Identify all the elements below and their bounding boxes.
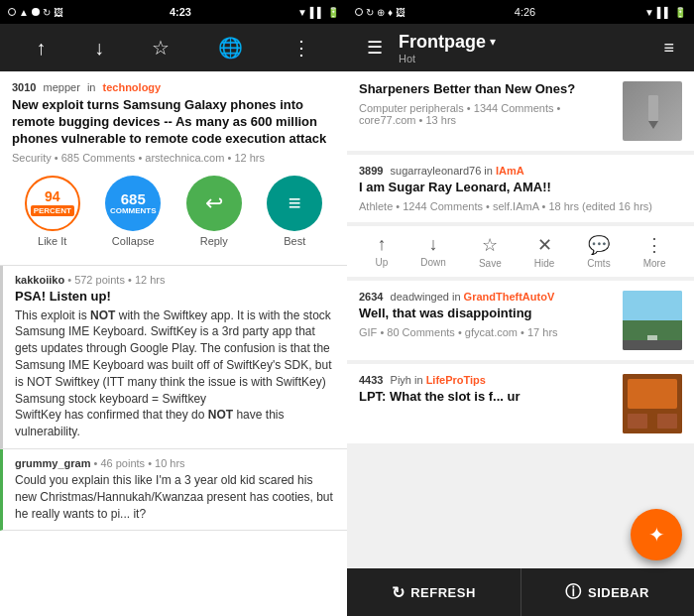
dropdown-arrow-icon[interactable]: ▾	[490, 35, 496, 49]
comment-age: 12 hrs	[135, 274, 166, 286]
up-arrow-icon[interactable]: ↑	[28, 29, 54, 67]
feed1-domain: self.IAmA	[493, 200, 538, 212]
right-left-icons: ↻ ⊕ ♦ 🖼	[355, 7, 405, 18]
reply-age: 10 hrs	[155, 457, 185, 469]
fab-button[interactable]: ✦	[631, 509, 682, 560]
up-action-label: Up	[376, 257, 389, 268]
feed2-thumbnail	[623, 291, 682, 350]
like-percent: 94	[45, 189, 60, 203]
title-row: Frontpage ▾	[399, 32, 496, 53]
comment-username: kakkoiiko	[15, 274, 64, 286]
feed1-category: Athlete	[359, 200, 393, 212]
feed1-age: 18 hrs	[548, 200, 579, 212]
save-action-icon: ☆	[482, 234, 498, 256]
svg-rect-5	[623, 340, 682, 350]
feed1-meta: 3899 sugarrayleonard76 in IAmA	[359, 165, 682, 177]
app-subtitle: Hot	[399, 53, 496, 64]
hamburger-icon[interactable]: ☰	[359, 29, 391, 66]
partial-comments: 1344 Comments	[474, 102, 554, 114]
svg-rect-8	[628, 379, 677, 409]
right-panel: ↻ ⊕ ♦ 🖼 4:26 ▼ ▌▌ 🔋 ☰ Frontpage ▾ Hot ≡	[347, 0, 694, 616]
down-arrow-icon[interactable]: ↓	[86, 29, 112, 67]
svg-rect-6	[647, 335, 657, 340]
best-icon: ≡	[289, 190, 301, 216]
partial-subreddit: Computer peripherals	[359, 102, 464, 114]
more-action[interactable]: ⋮ More	[643, 234, 666, 269]
down-action[interactable]: ↓ Down	[420, 234, 446, 268]
post-title: New exploit turns Samsung Galaxy phones …	[12, 97, 335, 148]
app-title: Frontpage	[399, 32, 486, 53]
up-action[interactable]: ↑ Up	[376, 234, 389, 268]
right-toolbar: ☰ Frontpage ▾ Hot ≡	[347, 24, 694, 71]
hide-action-label: Hide	[534, 258, 555, 269]
svg-rect-3	[623, 291, 682, 320]
cmts-action-label: Cmts	[587, 258, 610, 269]
feed2-age: 17 hrs	[527, 326, 558, 338]
comment-title: PSA! Listen up!	[15, 289, 335, 304]
left-status-icons: ▲ ↻ 🖼	[8, 7, 63, 18]
partial-domain: core77.com	[359, 114, 415, 126]
feed1-comments: 1244 Comments	[403, 200, 483, 212]
post-username: mepper	[44, 81, 80, 93]
refresh-icon: ↻	[43, 7, 51, 18]
like-circle: 94 PERCENT	[25, 176, 80, 231]
refresh-btn-icon: ↻	[392, 583, 405, 602]
feed-item-2: 2634 deadwinged in GrandTheftAutoV Well,…	[347, 281, 694, 360]
sidebar-label: SIDEBAR	[588, 585, 649, 600]
like-it-button[interactable]: 94 PERCENT Like It	[25, 176, 80, 247]
save-action-label: Save	[479, 258, 502, 269]
action-buttons: 94 PERCENT Like It 685 COMMENTS Collapse…	[12, 168, 335, 255]
sidebar-button[interactable]: ⓘ SIDEBAR	[521, 568, 695, 616]
like-label: PERCENT	[31, 205, 74, 216]
filter-icon[interactable]: ≡	[655, 30, 682, 66]
collapse-button[interactable]: 685 COMMENTS Collapse	[105, 176, 161, 247]
r-icon5: 🖼	[396, 7, 405, 18]
feed2-subreddit: GrandTheftAutoV	[464, 291, 555, 303]
svg-rect-9	[628, 414, 647, 429]
feed2-content: 2634 deadwinged in GrandTheftAutoV Well,…	[359, 291, 615, 350]
hide-action[interactable]: ✕ Hide	[534, 234, 555, 269]
best-label: Best	[284, 235, 305, 247]
reply-comment-header: grummy_gram • 46 points • 10 hrs	[15, 457, 335, 469]
feed3-thumbnail	[623, 374, 682, 433]
road-svg	[623, 291, 682, 350]
more-action-label: More	[643, 258, 666, 269]
feed2-subtext: GIF • 80 Comments • gfycat.com • 17 hrs	[359, 326, 615, 338]
svg-marker-2	[648, 121, 658, 129]
partial-content: Sharpeners Better than New Ones? Compute…	[359, 81, 615, 141]
post-card: 3010 mepper in technology New exploit tu…	[0, 71, 347, 266]
pencil-svg	[633, 91, 672, 131]
feed1-title: I am Sugar Ray Leonard, AMA!!	[359, 180, 682, 196]
feed-item-partial: Sharpeners Better than New Ones? Compute…	[347, 71, 694, 151]
comment-body: This exploit is NOT with the Swiftkey ap…	[15, 308, 335, 440]
right-status-bar: ↻ ⊕ ♦ 🖼 4:26 ▼ ▌▌ 🔋	[347, 0, 694, 24]
post-domain: arstechnica.com	[145, 152, 224, 164]
feed3-subreddit: LifeProTips	[426, 374, 486, 386]
feed3-content: 4433 Piyh in LifeProTips LPT: What the s…	[359, 374, 615, 433]
post-meta: 3010 mepper in technology	[12, 81, 335, 93]
refresh-button[interactable]: ↻ REFRESH	[347, 568, 521, 616]
feed3-title: LPT: What the slot is f... ur	[359, 389, 615, 406]
image-icon: 🖼	[54, 7, 63, 18]
cmts-action[interactable]: 💬 Cmts	[587, 234, 610, 269]
best-button[interactable]: ≡ Best	[267, 176, 322, 247]
left-panel: ▲ ↻ 🖼 4:23 ▼ ▌▌ 🔋 ↑ ↓ ☆ 🌐 ⋮ 3010 mepper …	[0, 0, 347, 616]
feed2-username: deadwinged	[391, 291, 449, 303]
feed1-content: 3899 sugarrayleonard76 in IAmA I am Suga…	[359, 165, 682, 212]
collapse-count: 685	[121, 191, 146, 206]
feed2-title: Well, that was disappointing	[359, 306, 615, 322]
star-icon[interactable]: ☆	[144, 28, 177, 67]
svg-rect-1	[648, 95, 658, 121]
feed1-subreddit: IAmA	[496, 165, 524, 177]
left-right-icons: ▼ ▌▌ 🔋	[297, 7, 339, 18]
save-action[interactable]: ☆ Save	[479, 234, 502, 269]
comment-header: kakkoiiko • 572 points • 12 hrs	[15, 274, 335, 286]
partial-title: Sharpeners Better than New Ones?	[359, 81, 615, 98]
reply-text: Could you explain this like I'm a 3 year…	[15, 472, 335, 522]
more-vert-icon[interactable]: ⋮	[284, 28, 319, 67]
cmts-action-icon: 💬	[588, 234, 610, 256]
globe-icon[interactable]: 🌐	[210, 28, 251, 67]
collapse-circle: 685 COMMENTS	[105, 176, 161, 231]
battery-icon: 🔋	[327, 7, 339, 18]
reply-button[interactable]: ↩ Reply	[186, 176, 242, 247]
